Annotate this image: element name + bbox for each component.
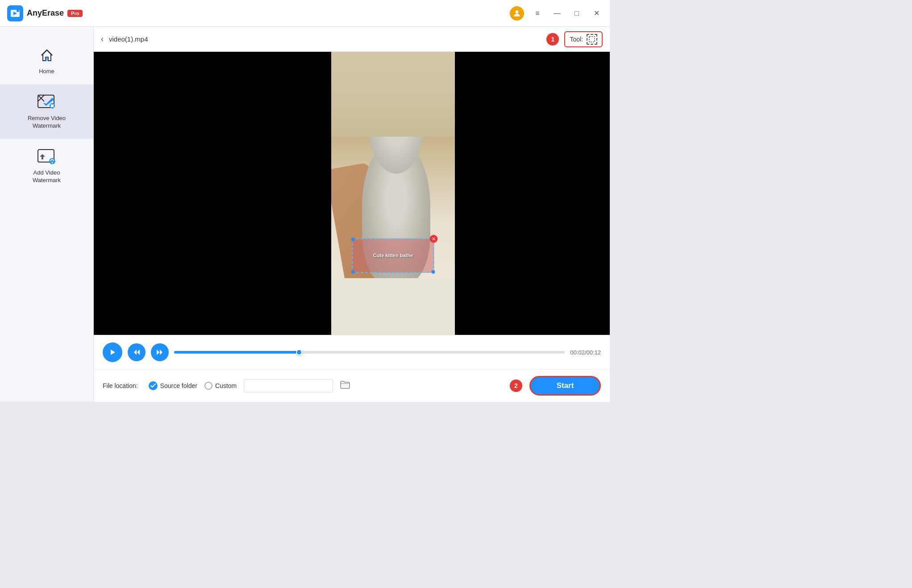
source-folder-label: Source folder	[160, 382, 197, 389]
menu-button[interactable]: ≡	[531, 7, 544, 20]
progress-fill	[174, 351, 299, 354]
video-content: Cute kitten bathe ✕	[331, 52, 455, 335]
svg-marker-10	[40, 154, 45, 159]
watermark-selection-box[interactable]: Cute kitten bathe ✕	[352, 238, 434, 272]
custom-option[interactable]: Custom	[204, 382, 237, 390]
svg-rect-13	[589, 37, 595, 42]
svg-marker-18	[160, 350, 162, 355]
step1-badge: 1	[546, 33, 559, 46]
svg-marker-15	[134, 350, 137, 355]
back-button[interactable]: ‹	[101, 34, 104, 44]
window-controls: ≡ — □ ✕	[510, 6, 603, 21]
pro-badge: Pro	[67, 10, 83, 17]
svg-point-1	[17, 9, 19, 12]
minimize-button[interactable]: —	[551, 7, 563, 20]
custom-path-input[interactable]	[244, 379, 333, 392]
handle-top-left[interactable]	[351, 238, 355, 241]
user-avatar[interactable]	[510, 6, 524, 21]
sidebar-item-home[interactable]: Home	[0, 38, 93, 84]
file-location-row: File location: Source folder Custom	[94, 369, 610, 402]
video-container[interactable]: Cute kitten bathe ✕	[94, 52, 610, 335]
background-floor	[331, 278, 455, 335]
watermark-text: Cute kitten bathe	[373, 253, 413, 258]
tool-box: Tool:	[564, 31, 603, 47]
close-selection-button[interactable]: ✕	[429, 235, 437, 243]
close-button[interactable]: ✕	[590, 7, 603, 20]
custom-radio[interactable]	[204, 382, 212, 390]
content-area: ‹ video(1).mp4 1 Tool:	[94, 27, 610, 402]
sidebar-item-remove-watermark[interactable]: Remove VideoWatermark	[0, 84, 93, 139]
svg-point-12	[51, 162, 53, 163]
playback-row: 00:02/00:12	[103, 342, 601, 362]
remove-watermark-icon	[37, 93, 57, 111]
video-filename: video(1).mp4	[109, 35, 541, 43]
sidebar-add-watermark-label: Add VideoWatermark	[33, 169, 61, 184]
add-watermark-icon	[37, 148, 57, 166]
progress-bar[interactable]	[174, 351, 565, 354]
video-frame: Cute kitten bathe ✕	[94, 52, 610, 335]
source-folder-radio[interactable]	[149, 381, 158, 390]
app-logo	[7, 5, 23, 21]
title-bar: AnyErase Pro ≡ — □ ✕	[0, 0, 610, 27]
sidebar: Home Remove VideoWatermark	[0, 27, 94, 402]
time-display: 00:02/00:12	[570, 349, 601, 356]
maximize-button[interactable]: □	[571, 7, 583, 20]
selection-tool-icon[interactable]	[587, 34, 597, 45]
video-black-right	[455, 52, 610, 335]
sidebar-item-add-watermark[interactable]: Add VideoWatermark	[0, 139, 93, 193]
svg-rect-3	[46, 57, 48, 61]
rewind-button[interactable]	[128, 343, 146, 361]
browse-folder-button[interactable]	[340, 381, 350, 391]
controls-bar: 00:02/00:12	[94, 335, 610, 369]
progress-thumb[interactable]	[296, 349, 302, 355]
svg-marker-17	[157, 350, 159, 355]
step2-badge: 2	[510, 379, 522, 392]
cat-scene: Cute kitten bathe ✕	[331, 52, 455, 335]
forward-button[interactable]	[151, 343, 169, 361]
source-folder-option[interactable]: Source folder	[149, 381, 197, 390]
video-header: ‹ video(1).mp4 1 Tool:	[94, 27, 610, 52]
background-wall	[331, 52, 455, 137]
svg-point-11	[49, 158, 55, 164]
handle-bottom-right[interactable]	[431, 270, 435, 274]
app-name: AnyErase	[27, 8, 64, 18]
video-black-left	[94, 52, 331, 335]
svg-marker-16	[137, 350, 140, 355]
sidebar-home-label: Home	[39, 68, 54, 75]
svg-point-2	[516, 10, 519, 13]
sidebar-remove-watermark-label: Remove VideoWatermark	[28, 115, 66, 130]
play-button[interactable]	[103, 342, 122, 362]
start-button[interactable]: Start	[529, 376, 601, 396]
main-layout: Home Remove VideoWatermark	[0, 27, 610, 402]
svg-marker-14	[111, 350, 115, 355]
home-icon	[38, 46, 56, 64]
file-location-label: File location:	[103, 382, 138, 389]
custom-label: Custom	[215, 382, 237, 389]
tool-label: Tool:	[570, 36, 583, 43]
